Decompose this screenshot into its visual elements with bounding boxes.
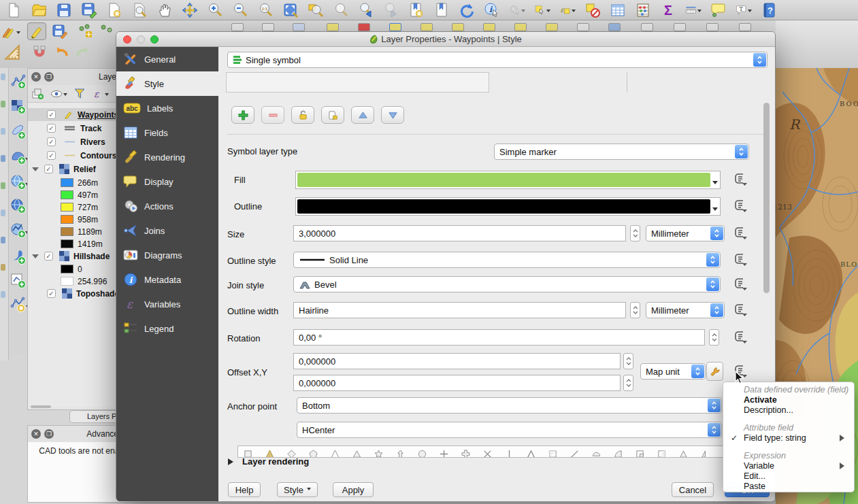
zoom-in-icon[interactable] [207,2,223,18]
outline-data-defined-button[interactable] [732,199,748,214]
zoom-next-icon[interactable] [383,2,399,18]
add-delimited-text-layer-icon[interactable] [10,124,27,140]
new-virtual-layer-icon[interactable] [10,297,27,313]
shape-filled-arrowhead[interactable] [679,450,688,458]
style-menu-button[interactable]: Style [277,482,318,497]
layer-checkbox[interactable]: ✓ [47,110,56,119]
open-attribute-table-icon[interactable] [610,2,626,18]
shape-triangle-outline[interactable] [331,450,340,458]
outline-width-data-defined-button[interactable] [732,303,748,318]
save-project-icon[interactable] [56,2,72,18]
zoom-full-icon[interactable] [282,2,299,18]
tab-joins[interactable]: Joins [116,218,218,243]
text-annotation-icon[interactable]: T [736,2,752,18]
offset-x-input[interactable]: 0,000000 [293,353,621,369]
pan-map-icon[interactable] [156,2,173,18]
tab-variables[interactable]: εVariables [116,292,218,316]
layer-checkbox[interactable]: ✓ [44,165,53,173]
anchor-horizontal-select[interactable]: HCenter [297,422,722,438]
dialog-scrollbar[interactable] [763,103,770,293]
add-feature-icon[interactable] [76,22,95,40]
composer-manager-icon[interactable] [131,2,148,18]
tab-general[interactable]: General [116,47,218,71]
tab-metadata[interactable]: iMetadata [116,267,218,292]
add-wfs-layer-icon[interactable] [10,222,27,239]
shape-circle[interactable] [418,450,427,458]
fill-color-button[interactable] [295,171,721,189]
move-content-icon[interactable] [182,2,198,18]
rotation-data-defined-button[interactable] [732,330,748,345]
layer-checkbox[interactable]: ✓ [47,151,56,160]
filter-legend-icon[interactable] [73,88,86,100]
new-bookmark-icon[interactable] [408,2,425,18]
cancel-button[interactable]: Cancel [672,482,714,497]
layers-panel-scrollbar[interactable] [31,405,51,408]
expand-right-icon[interactable] [228,458,237,465]
menu-item-activate[interactable]: Activate [723,395,854,405]
shape-diagonal-square[interactable] [570,450,579,458]
collapse-icon[interactable] [32,167,39,175]
show-bookmarks-icon[interactable] [433,2,450,18]
move-feature-icon[interactable] [98,22,117,40]
size-stepper[interactable] [630,225,640,241]
size-input[interactable]: 3,000000 [293,225,626,241]
offset-y-stepper[interactable] [623,375,633,391]
help-button[interactable]: Help [228,482,261,497]
refresh-icon[interactable] [459,2,475,18]
add-database-layer-icon[interactable] [10,149,27,165]
outline-style-data-defined-button[interactable] [732,252,748,267]
symbol-layer-type-select[interactable]: Simple marker [494,144,749,160]
layer-checkbox[interactable]: ✓ [47,137,56,146]
new-shapefile-layer-icon[interactable] [10,273,27,289]
map-tips-icon[interactable] [710,2,727,18]
tab-legend[interactable]: Legend [116,316,218,341]
add-group-icon[interactable] [32,88,44,100]
symbol-layers-tree[interactable] [226,72,489,93]
anchor-vertical-select[interactable]: Bottom [297,397,722,414]
redo-icon[interactable] [73,44,93,61]
tab-labels[interactable]: abcLabels [116,96,218,120]
add-spatialite-layer-icon[interactable] [10,249,27,265]
shape-equilateral-triangle[interactable] [352,450,361,458]
identify-features-icon[interactable]: i [484,2,500,18]
tab-fields[interactable]: Fields [116,120,218,145]
move-symbol-up-button[interactable] [351,106,374,124]
apply-button[interactable]: Apply [333,482,374,497]
lock-color-button[interactable] [291,106,314,124]
offset-unit-select[interactable]: Map unit [640,363,706,380]
add-wms-layer-icon[interactable] [10,174,27,190]
shape-quarter-square[interactable] [636,450,644,458]
dialog-titlebar[interactable]: Layer Properties - Waypoints | Style [116,32,775,47]
zoom-last-icon[interactable] [358,2,374,18]
zoom-native-icon[interactable]: 1:1 [257,2,274,18]
map-unit-scale-button[interactable] [706,362,723,381]
rotation-stepper[interactable] [709,329,719,346]
menu-item-description[interactable]: Description... [723,405,854,416]
renderer-select[interactable]: Single symbol [227,52,768,68]
layer-checkbox[interactable]: ✓ [44,252,53,261]
tab-rendering[interactable]: Rendering [116,145,218,169]
remove-symbol-layer-button[interactable] [261,106,284,124]
layer-checkbox[interactable]: ✓ [47,124,56,133]
tab-diagrams[interactable]: Diagrams [116,243,218,267]
layer-rendering-group[interactable]: Layer rendering [228,456,309,467]
help-icon[interactable]: ? [761,2,777,18]
outline-width-input[interactable]: Hairline [293,302,626,318]
run-feature-action-icon[interactable] [509,2,525,18]
undo-icon[interactable] [52,44,71,61]
outline-color-button[interactable] [295,197,721,216]
statistical-summary-icon[interactable]: Σ [660,2,676,18]
collapse-icon[interactable] [32,254,39,262]
snapping-icon[interactable] [30,44,49,61]
shape-semi-circle[interactable] [592,450,601,458]
fill-data-defined-button[interactable] [732,172,748,187]
current-edits-icon[interactable] [1,22,20,40]
shape-cross[interactable] [440,450,448,458]
shape-half-arrowhead[interactable] [701,450,710,458]
field-calculator-icon[interactable] [635,2,651,18]
shape-arrow-up[interactable] [396,450,405,458]
deselect-all-icon[interactable] [584,2,601,18]
cad-tools-icon[interactable] [3,44,22,61]
add-raster-layer-icon[interactable] [10,99,27,115]
size-unit-select[interactable]: Millimeter [646,225,725,241]
